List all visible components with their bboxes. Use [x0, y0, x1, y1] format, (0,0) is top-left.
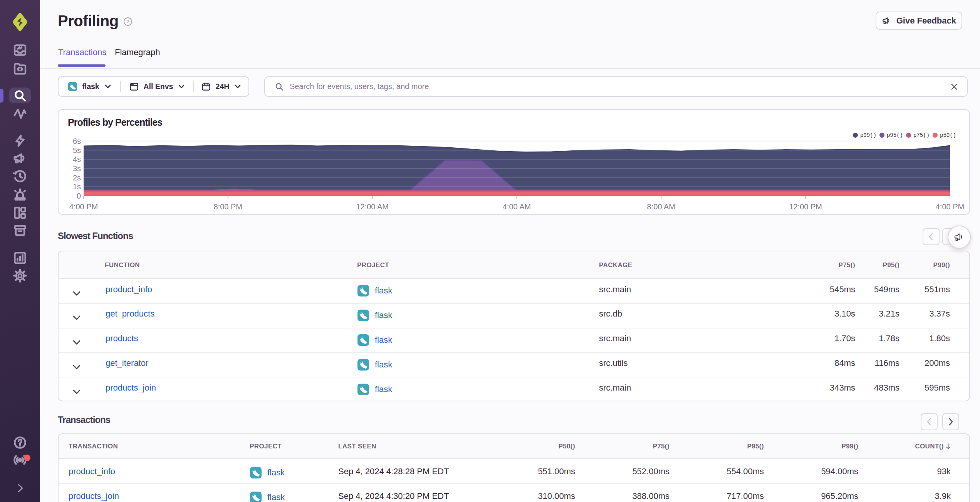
svg-text:0: 0 [77, 192, 81, 200]
svg-text:4s: 4s [73, 155, 81, 163]
svg-text:4:00 PM: 4:00 PM [936, 202, 964, 211]
svg-text:12:00 PM: 12:00 PM [789, 202, 822, 211]
svg-text:4:00 AM: 4:00 AM [503, 202, 531, 211]
svg-text:4:00 PM: 4:00 PM [69, 202, 98, 211]
svg-text:1s: 1s [73, 182, 81, 191]
svg-text:2s: 2s [73, 174, 81, 182]
svg-text:8:00 PM: 8:00 PM [214, 202, 242, 211]
svg-text:12:00 AM: 12:00 AM [356, 202, 389, 211]
svg-text:5s: 5s [73, 146, 81, 155]
svg-text:3s: 3s [73, 164, 81, 173]
svg-text:8:00 AM: 8:00 AM [647, 202, 675, 211]
